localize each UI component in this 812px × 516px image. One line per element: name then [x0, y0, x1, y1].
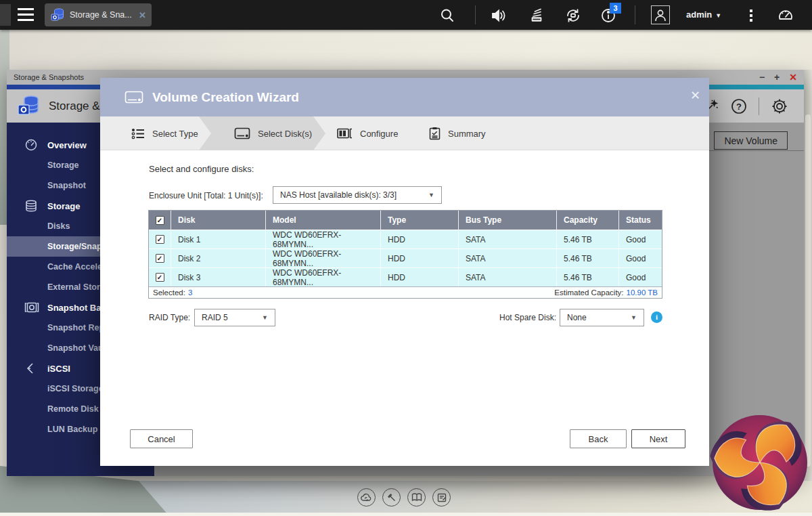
sidebar-item-label: iSCSI Storage	[47, 384, 104, 393]
raid-type-value: RAID 5	[202, 313, 228, 322]
window-app-title: Storage &	[49, 100, 100, 113]
cell-status: Good	[618, 249, 662, 267]
minimize-icon[interactable]: −	[759, 70, 765, 84]
table-footer: Selected: 3 Estimated Capacity: 10.90 TB	[149, 286, 662, 298]
step-select-type[interactable]: Select Type	[131, 116, 198, 150]
hot-spare-select[interactable]: None ▼	[560, 309, 644, 326]
cell-type: HDD	[380, 268, 458, 286]
maximize-icon[interactable]: +	[774, 70, 780, 84]
chevron-down-icon: ▼	[631, 314, 637, 321]
enclosure-value: NAS Host [available disk(s): 3/3]	[280, 190, 397, 200]
iscsi-icon	[24, 362, 39, 375]
col-header-status[interactable]: Status	[618, 211, 662, 230]
hot-spare-value: None	[567, 313, 587, 322]
main-menu-icon[interactable]	[18, 8, 34, 21]
info-icon[interactable]: i	[651, 311, 662, 323]
sidebar-item-label: LUN Backup	[47, 425, 97, 434]
selected-label: Selected:	[153, 288, 185, 297]
step-configure[interactable]: Configure	[337, 116, 398, 150]
table-header-row: ✓ Disk Model Type Bus Type Capacity Stat…	[149, 211, 662, 230]
cell-type: HDD	[380, 230, 458, 249]
wizard-steps: Select Type Select Disk(s) Configure	[100, 116, 709, 150]
book-icon[interactable]	[407, 488, 426, 507]
camera-icon	[24, 301, 39, 314]
col-header-type[interactable]: Type	[380, 211, 458, 230]
search-icon[interactable]	[438, 7, 456, 24]
cell-model: WDC WD60EFRX-68MYMN...	[265, 268, 380, 286]
col-header-model[interactable]: Model	[265, 211, 380, 230]
col-header-disk[interactable]: Disk	[171, 211, 265, 230]
disk-row-2[interactable]: ✓Disk 2WDC WD60EFRX-68MYMN...HDDSATA5.46…	[149, 249, 662, 267]
cell-capacity: 5.46 TB	[556, 268, 618, 286]
disk-row-3[interactable]: ✓Disk 3WDC WD60EFRX-68MYMN...HDDSATA5.46…	[149, 267, 662, 286]
cell-bus: SATA	[458, 268, 556, 286]
more-options-icon[interactable]	[748, 7, 754, 24]
disk-table: ✓ Disk Model Type Bus Type Capacity Stat…	[148, 210, 662, 299]
storage-app-icon	[16, 94, 41, 119]
dashboard-icon[interactable]	[777, 7, 794, 24]
storage-app-icon	[50, 7, 65, 22]
disk-checkbox[interactable]: ✓	[156, 273, 164, 282]
sidebar-item-label: Storage	[47, 201, 80, 211]
help-icon[interactable]: ?	[730, 98, 748, 115]
next-button[interactable]: Next	[631, 429, 685, 448]
cloud-icon[interactable]	[357, 488, 376, 507]
tab-close-icon[interactable]: ✕	[139, 10, 146, 20]
dialog-header: Volume Creation Wizard ✕	[100, 78, 709, 116]
cell-disk: Disk 2	[171, 249, 265, 267]
close-icon[interactable]: ✕	[789, 70, 797, 84]
cell-bus: SATA	[458, 249, 556, 267]
cell-type: HDD	[380, 249, 458, 267]
user-account-icon[interactable]	[651, 5, 670, 24]
admin-menu[interactable]: admin▼	[686, 9, 721, 20]
sidebar-item-label: Snapshot	[47, 181, 86, 190]
settings-gear-icon[interactable]	[770, 97, 789, 116]
topbar-divider	[475, 5, 476, 24]
enclosure-select[interactable]: NAS Host [available disk(s): 3/3] ▼	[273, 186, 442, 204]
enclosure-label: Enclosure Unit [Total: 1 Unit(s)]:	[149, 191, 263, 200]
volume-creation-wizard-dialog: Volume Creation Wizard ✕ Select Type Sel…	[100, 78, 709, 466]
cell-capacity: 5.46 TB	[556, 249, 618, 267]
select-all-checkbox[interactable]: ✓	[156, 216, 164, 225]
cell-bus: SATA	[458, 230, 556, 249]
tab-label: Storage & Sna...	[70, 10, 136, 20]
disk-row-1[interactable]: ✓Disk 1WDC WD60EFRX-68MYMN...HDDSATA5.46…	[149, 230, 662, 249]
step-summary[interactable]: Summary	[429, 116, 486, 150]
notification-badge[interactable]: 3	[610, 3, 621, 14]
estimated-capacity-value: 10.90 TB	[627, 288, 658, 297]
instruction-text: Select and configure disks:	[149, 164, 254, 174]
volume-icon[interactable]	[490, 7, 508, 24]
app-tab-storage-snapshots[interactable]: Storage & Sna... ✕	[45, 3, 152, 26]
disk-drive-icon	[125, 90, 143, 105]
chevron-down-icon: ▼	[262, 314, 268, 321]
col-header-capacity[interactable]: Capacity	[556, 211, 618, 230]
dialog-close-icon[interactable]: ✕	[690, 88, 700, 103]
disks-icon	[24, 199, 39, 213]
step-select-disks[interactable]: Select Disk(s)	[234, 116, 312, 150]
cell-capacity: 5.46 TB	[556, 230, 618, 249]
back-button[interactable]: Back	[570, 429, 627, 448]
step-label: Select Disk(s)	[258, 129, 312, 139]
sync-restore-icon[interactable]	[564, 7, 582, 24]
cancel-button[interactable]: Cancel	[130, 429, 193, 448]
step-label: Summary	[448, 129, 486, 139]
cell-disk: Disk 3	[171, 268, 265, 286]
sidebar-item-label: Remote Disk	[47, 404, 99, 414]
col-header-bus-type[interactable]: Bus Type	[458, 211, 556, 230]
admin-label: admin	[686, 9, 712, 20]
dialog-body: Select and configure disks: Enclosure Un…	[100, 150, 709, 466]
raid-type-select[interactable]: RAID 5 ▼	[194, 309, 275, 326]
tools-hammer-icon[interactable]	[382, 488, 401, 507]
estimated-capacity-label: Estimated Capacity:	[554, 288, 623, 297]
disk-checkbox[interactable]: ✓	[156, 254, 164, 263]
kitguru-logo	[709, 412, 811, 513]
cell-disk: Disk 1	[171, 230, 265, 249]
new-volume-button[interactable]: New Volume	[714, 131, 788, 150]
sidebar-item-label: Disks	[47, 221, 70, 231]
disk-checkbox[interactable]: ✓	[156, 235, 164, 244]
select-disks-icon	[234, 127, 250, 139]
header-divider	[759, 98, 759, 115]
notes-icon[interactable]	[432, 488, 451, 507]
cell-model: WDC WD60EFRX-68MYMN...	[265, 249, 380, 267]
background-tasks-icon[interactable]	[528, 7, 545, 24]
